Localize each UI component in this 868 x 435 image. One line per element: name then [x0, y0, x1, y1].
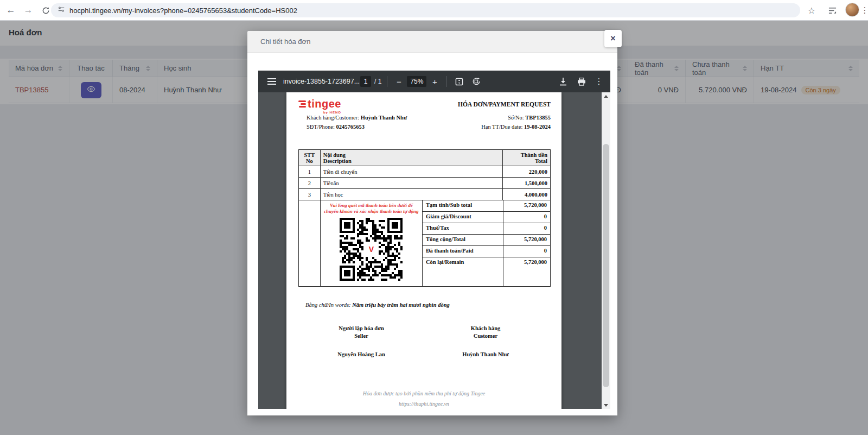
- modal-title: Chi tiết hóa đơn: [260, 37, 310, 46]
- invoice-document: tingee by HENO HÓA ĐƠN/PAYMENT REQUEST K…: [286, 92, 561, 409]
- totals-row: Tạm tính/Sub total5,720,000: [423, 200, 550, 212]
- pdf-viewer: invoice-13855-1723697... 1 / 1 − 75% +: [258, 71, 610, 409]
- scrollbar-thumb[interactable]: [603, 144, 609, 387]
- customer-name: Huỳnh Thanh Như: [442, 351, 529, 357]
- pdf-menu-icon[interactable]: [265, 74, 279, 89]
- rotate-icon[interactable]: [469, 74, 483, 89]
- modal-header: Chi tiết hóa đơn: [247, 31, 617, 53]
- invoice-title: HÓA ĐƠN/PAYMENT REQUEST: [458, 101, 551, 108]
- pdf-more-icon[interactable]: ⋮: [592, 74, 606, 89]
- amount-in-words: Bằng chữ/In words: Năm triệu bảy trăm ha…: [305, 302, 450, 308]
- item-row: 2 Tiềnăn 1,500,000: [299, 178, 550, 189]
- pdf-scrollbar[interactable]: [602, 92, 610, 409]
- pdf-filename: invoice-13855-1723697...: [283, 78, 360, 85]
- divider: [446, 76, 446, 87]
- pdf-page-input[interactable]: 1: [360, 76, 371, 87]
- divider: [387, 76, 387, 87]
- scroll-up-icon[interactable]: [602, 92, 610, 100]
- seller-name: Nguyễn Hoàng Lan: [318, 351, 405, 357]
- pdf-zoom-level[interactable]: 75%: [407, 76, 426, 87]
- due-date-line: Hạn TT/Due date: 19-08-2024: [481, 124, 551, 130]
- items-header-row: STTNo Nội dungDescription Thành tiềnTota…: [299, 150, 550, 166]
- phone-line: SĐT/Phone: 0245765653: [307, 124, 365, 130]
- browser-toolbar: ← → hocphi.tingee.vn/my-invoices?phone=0…: [0, 0, 868, 21]
- invoice-number-line: Số/No: TBP13855: [508, 115, 551, 121]
- site-info-icon[interactable]: [58, 5, 65, 15]
- url-bar[interactable]: hocphi.tingee.vn/my-invoices?phone=02457…: [51, 3, 800, 17]
- brand-subtitle: by HENO: [298, 111, 341, 114]
- download-icon[interactable]: [556, 74, 570, 89]
- totals-row: Đã thanh toán/Paid0: [423, 246, 550, 257]
- zoom-in-icon[interactable]: +: [429, 77, 441, 86]
- forward-icon[interactable]: →: [22, 4, 35, 17]
- close-icon: ×: [610, 34, 615, 43]
- reload-icon[interactable]: [39, 4, 52, 17]
- profile-avatar[interactable]: [845, 3, 859, 17]
- pdf-content-area: tingee by HENO HÓA ĐƠN/PAYMENT REQUEST K…: [258, 92, 610, 409]
- zoom-out-icon[interactable]: −: [393, 77, 405, 86]
- bookmark-star-icon[interactable]: ☆: [805, 4, 818, 17]
- back-icon[interactable]: ←: [4, 4, 17, 17]
- brand-name: tingee: [308, 98, 341, 110]
- browser-menu-icon[interactable]: ⋮: [858, 4, 868, 17]
- customer-signature-title: Khách hàngCustomer: [442, 325, 529, 340]
- modal-body: invoice-13855-1723697... 1 / 1 − 75% +: [247, 53, 617, 415]
- logo-speed-lines-icon: [298, 100, 306, 108]
- scroll-down-icon[interactable]: [602, 401, 610, 409]
- tingee-logo: tingee by HENO: [298, 98, 341, 114]
- totals-row: Tổng cộng/Total5,720,000: [423, 235, 550, 246]
- pdf-toolbar: invoice-13855-1723697... 1 / 1 − 75% +: [258, 71, 610, 92]
- qr-cell: Vui lòng quét mã thanh toán bên dưới đểc…: [321, 200, 423, 286]
- invoice-detail-modal: Chi tiết hóa đơn × invoice-13855-1723697…: [247, 31, 617, 415]
- totals-row: Giảm giá/Discount0: [423, 212, 550, 223]
- invoice-footer: Hóa đơn được tạo bởi phần mềm thu phí tự…: [286, 388, 561, 409]
- totals-row: Thuế/Tax0: [423, 223, 550, 235]
- item-row: 1 Tiền di chuyển 220,000: [299, 166, 550, 178]
- vietqr-logo: V: [368, 245, 375, 254]
- seller-signature-title: Người lập hóa đơnSeller: [318, 325, 405, 340]
- fit-page-icon[interactable]: [452, 74, 466, 89]
- modal-close-button[interactable]: ×: [604, 30, 622, 47]
- customer-line: Khách hàng/Customer: Huỳnh Thanh Như: [307, 115, 407, 121]
- invoice-items-table: STTNo Nội dungDescription Thành tiềnTota…: [298, 149, 551, 287]
- item-row: 3 Tiền học 4,000,000: [299, 189, 550, 200]
- reading-list-icon[interactable]: [826, 4, 839, 17]
- payment-qr-code: V: [340, 218, 403, 281]
- totals-row: Còn lại/Remain5,720,000: [423, 257, 550, 286]
- url-text: hocphi.tingee.vn/my-invoices?phone=02457…: [69, 7, 297, 15]
- totals-section: Vui lòng quét mã thanh toán bên dưới đểc…: [299, 200, 550, 286]
- print-icon[interactable]: [575, 74, 589, 89]
- pdf-page-total: / 1: [374, 78, 381, 85]
